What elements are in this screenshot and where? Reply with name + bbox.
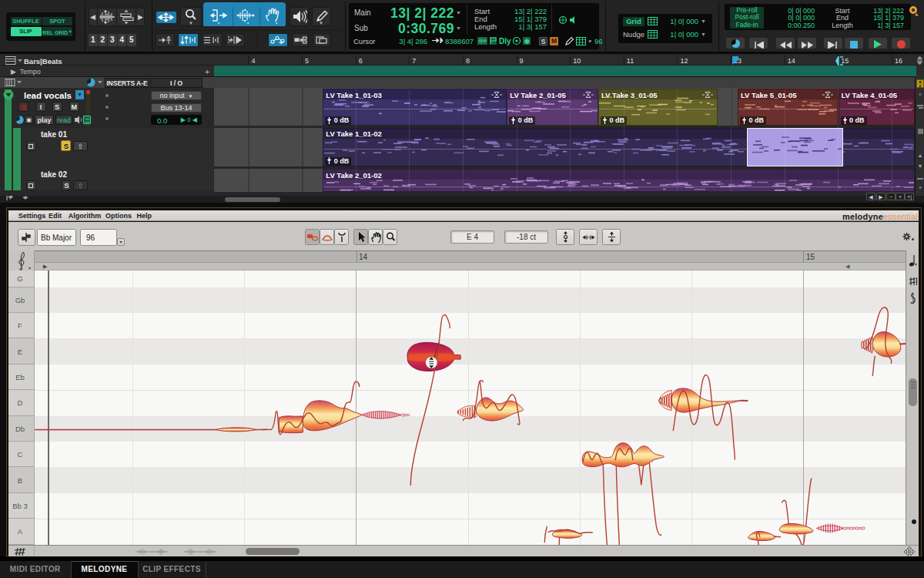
svg-text:Dly: Dly [499, 37, 511, 45]
svg-text:✱: ✱ [524, 38, 531, 45]
